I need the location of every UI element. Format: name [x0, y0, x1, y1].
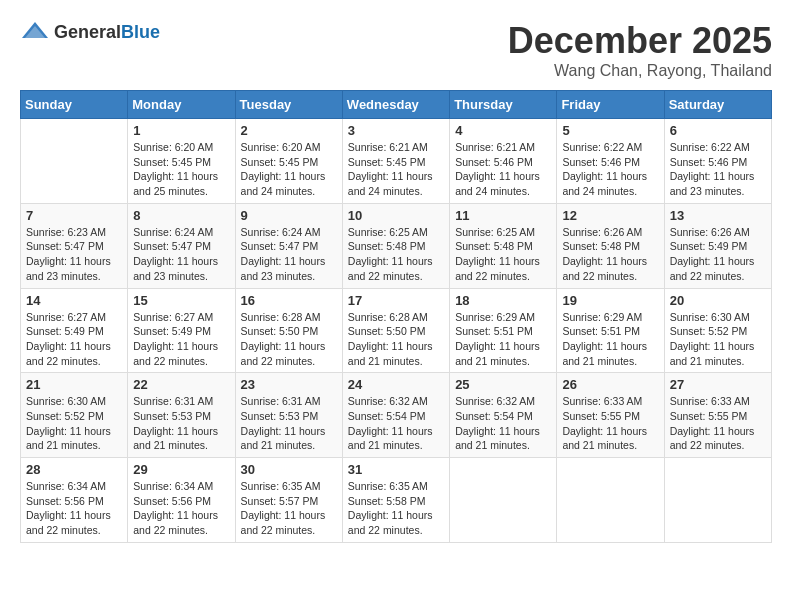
day-cell-3-3: 24 Sunrise: 6:32 AMSunset: 5:54 PMDaylig… — [342, 373, 449, 458]
day-number: 10 — [348, 208, 444, 223]
day-number: 12 — [562, 208, 658, 223]
day-info: Sunrise: 6:34 AMSunset: 5:56 PMDaylight:… — [133, 479, 229, 538]
logo: GeneralBlue — [20, 20, 160, 44]
day-info: Sunrise: 6:22 AMSunset: 5:46 PMDaylight:… — [562, 140, 658, 199]
day-info: Sunrise: 6:31 AMSunset: 5:53 PMDaylight:… — [133, 394, 229, 453]
day-info: Sunrise: 6:25 AMSunset: 5:48 PMDaylight:… — [348, 225, 444, 284]
day-number: 17 — [348, 293, 444, 308]
day-cell-4-0: 28 Sunrise: 6:34 AMSunset: 5:56 PMDaylig… — [21, 458, 128, 543]
day-cell-2-2: 16 Sunrise: 6:28 AMSunset: 5:50 PMDaylig… — [235, 288, 342, 373]
day-cell-1-2: 9 Sunrise: 6:24 AMSunset: 5:47 PMDayligh… — [235, 203, 342, 288]
day-number: 26 — [562, 377, 658, 392]
day-cell-2-0: 14 Sunrise: 6:27 AMSunset: 5:49 PMDaylig… — [21, 288, 128, 373]
day-cell-2-1: 15 Sunrise: 6:27 AMSunset: 5:49 PMDaylig… — [128, 288, 235, 373]
logo-icon — [20, 20, 50, 44]
day-number: 6 — [670, 123, 766, 138]
day-cell-3-1: 22 Sunrise: 6:31 AMSunset: 5:53 PMDaylig… — [128, 373, 235, 458]
day-number: 3 — [348, 123, 444, 138]
day-number: 1 — [133, 123, 229, 138]
calendar-table: SundayMondayTuesdayWednesdayThursdayFrid… — [20, 90, 772, 543]
page-header: GeneralBlue December 2025 Wang Chan, Ray… — [20, 20, 772, 80]
day-cell-1-0: 7 Sunrise: 6:23 AMSunset: 5:47 PMDayligh… — [21, 203, 128, 288]
day-number: 7 — [26, 208, 122, 223]
day-info: Sunrise: 6:35 AMSunset: 5:57 PMDaylight:… — [241, 479, 337, 538]
day-number: 11 — [455, 208, 551, 223]
weekday-header-thursday: Thursday — [450, 91, 557, 119]
day-info: Sunrise: 6:29 AMSunset: 5:51 PMDaylight:… — [455, 310, 551, 369]
day-cell-4-5 — [557, 458, 664, 543]
day-info: Sunrise: 6:26 AMSunset: 5:49 PMDaylight:… — [670, 225, 766, 284]
day-number: 30 — [241, 462, 337, 477]
day-info: Sunrise: 6:28 AMSunset: 5:50 PMDaylight:… — [241, 310, 337, 369]
day-cell-4-2: 30 Sunrise: 6:35 AMSunset: 5:57 PMDaylig… — [235, 458, 342, 543]
weekday-header-saturday: Saturday — [664, 91, 771, 119]
day-info: Sunrise: 6:20 AMSunset: 5:45 PMDaylight:… — [241, 140, 337, 199]
day-cell-4-1: 29 Sunrise: 6:34 AMSunset: 5:56 PMDaylig… — [128, 458, 235, 543]
day-number: 2 — [241, 123, 337, 138]
day-cell-0-4: 4 Sunrise: 6:21 AMSunset: 5:46 PMDayligh… — [450, 119, 557, 204]
day-cell-4-6 — [664, 458, 771, 543]
week-row-2: 7 Sunrise: 6:23 AMSunset: 5:47 PMDayligh… — [21, 203, 772, 288]
day-cell-3-6: 27 Sunrise: 6:33 AMSunset: 5:55 PMDaylig… — [664, 373, 771, 458]
day-number: 25 — [455, 377, 551, 392]
day-number: 8 — [133, 208, 229, 223]
day-info: Sunrise: 6:31 AMSunset: 5:53 PMDaylight:… — [241, 394, 337, 453]
day-info: Sunrise: 6:30 AMSunset: 5:52 PMDaylight:… — [26, 394, 122, 453]
day-number: 19 — [562, 293, 658, 308]
day-cell-0-0 — [21, 119, 128, 204]
day-number: 29 — [133, 462, 229, 477]
day-number: 13 — [670, 208, 766, 223]
day-cell-4-4 — [450, 458, 557, 543]
day-info: Sunrise: 6:22 AMSunset: 5:46 PMDaylight:… — [670, 140, 766, 199]
day-cell-2-4: 18 Sunrise: 6:29 AMSunset: 5:51 PMDaylig… — [450, 288, 557, 373]
day-number: 22 — [133, 377, 229, 392]
day-cell-1-3: 10 Sunrise: 6:25 AMSunset: 5:48 PMDaylig… — [342, 203, 449, 288]
day-cell-1-4: 11 Sunrise: 6:25 AMSunset: 5:48 PMDaylig… — [450, 203, 557, 288]
day-info: Sunrise: 6:26 AMSunset: 5:48 PMDaylight:… — [562, 225, 658, 284]
day-cell-3-5: 26 Sunrise: 6:33 AMSunset: 5:55 PMDaylig… — [557, 373, 664, 458]
day-info: Sunrise: 6:27 AMSunset: 5:49 PMDaylight:… — [133, 310, 229, 369]
day-info: Sunrise: 6:27 AMSunset: 5:49 PMDaylight:… — [26, 310, 122, 369]
weekday-header-wednesday: Wednesday — [342, 91, 449, 119]
day-cell-1-1: 8 Sunrise: 6:24 AMSunset: 5:47 PMDayligh… — [128, 203, 235, 288]
day-cell-2-6: 20 Sunrise: 6:30 AMSunset: 5:52 PMDaylig… — [664, 288, 771, 373]
day-info: Sunrise: 6:24 AMSunset: 5:47 PMDaylight:… — [241, 225, 337, 284]
day-number: 9 — [241, 208, 337, 223]
day-number: 4 — [455, 123, 551, 138]
weekday-header-monday: Monday — [128, 91, 235, 119]
week-row-1: 1 Sunrise: 6:20 AMSunset: 5:45 PMDayligh… — [21, 119, 772, 204]
day-number: 27 — [670, 377, 766, 392]
day-number: 5 — [562, 123, 658, 138]
day-info: Sunrise: 6:21 AMSunset: 5:46 PMDaylight:… — [455, 140, 551, 199]
day-info: Sunrise: 6:21 AMSunset: 5:45 PMDaylight:… — [348, 140, 444, 199]
day-number: 28 — [26, 462, 122, 477]
day-cell-0-1: 1 Sunrise: 6:20 AMSunset: 5:45 PMDayligh… — [128, 119, 235, 204]
day-cell-1-6: 13 Sunrise: 6:26 AMSunset: 5:49 PMDaylig… — [664, 203, 771, 288]
day-number: 24 — [348, 377, 444, 392]
logo-general-text: General — [54, 22, 121, 42]
week-row-3: 14 Sunrise: 6:27 AMSunset: 5:49 PMDaylig… — [21, 288, 772, 373]
weekday-header-row: SundayMondayTuesdayWednesdayThursdayFrid… — [21, 91, 772, 119]
day-info: Sunrise: 6:33 AMSunset: 5:55 PMDaylight:… — [670, 394, 766, 453]
month-title: December 2025 — [508, 20, 772, 62]
day-cell-0-3: 3 Sunrise: 6:21 AMSunset: 5:45 PMDayligh… — [342, 119, 449, 204]
day-cell-0-6: 6 Sunrise: 6:22 AMSunset: 5:46 PMDayligh… — [664, 119, 771, 204]
day-info: Sunrise: 6:30 AMSunset: 5:52 PMDaylight:… — [670, 310, 766, 369]
day-number: 23 — [241, 377, 337, 392]
day-info: Sunrise: 6:24 AMSunset: 5:47 PMDaylight:… — [133, 225, 229, 284]
week-row-4: 21 Sunrise: 6:30 AMSunset: 5:52 PMDaylig… — [21, 373, 772, 458]
day-cell-4-3: 31 Sunrise: 6:35 AMSunset: 5:58 PMDaylig… — [342, 458, 449, 543]
day-cell-2-3: 17 Sunrise: 6:28 AMSunset: 5:50 PMDaylig… — [342, 288, 449, 373]
day-info: Sunrise: 6:25 AMSunset: 5:48 PMDaylight:… — [455, 225, 551, 284]
location-subtitle: Wang Chan, Rayong, Thailand — [508, 62, 772, 80]
day-cell-2-5: 19 Sunrise: 6:29 AMSunset: 5:51 PMDaylig… — [557, 288, 664, 373]
day-number: 15 — [133, 293, 229, 308]
day-cell-3-4: 25 Sunrise: 6:32 AMSunset: 5:54 PMDaylig… — [450, 373, 557, 458]
day-info: Sunrise: 6:33 AMSunset: 5:55 PMDaylight:… — [562, 394, 658, 453]
weekday-header-friday: Friday — [557, 91, 664, 119]
weekday-header-tuesday: Tuesday — [235, 91, 342, 119]
day-number: 16 — [241, 293, 337, 308]
day-info: Sunrise: 6:28 AMSunset: 5:50 PMDaylight:… — [348, 310, 444, 369]
title-area: December 2025 Wang Chan, Rayong, Thailan… — [508, 20, 772, 80]
week-row-5: 28 Sunrise: 6:34 AMSunset: 5:56 PMDaylig… — [21, 458, 772, 543]
